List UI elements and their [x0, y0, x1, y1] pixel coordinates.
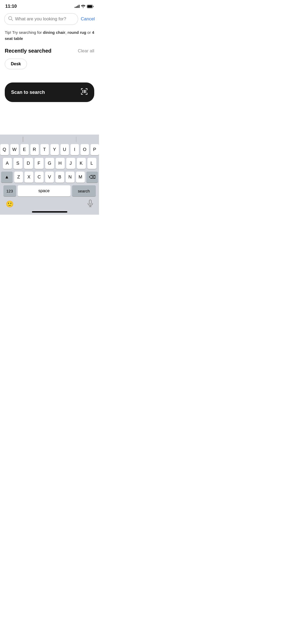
clear-all-button[interactable]: Clear all — [78, 48, 94, 54]
key-a[interactable]: A — [3, 158, 12, 169]
key-y[interactable]: Y — [50, 144, 59, 155]
svg-rect-15 — [86, 90, 86, 93]
key-r[interactable]: R — [30, 144, 39, 155]
svg-rect-13 — [83, 90, 84, 93]
wifi-icon — [81, 5, 85, 8]
keyboard-row-1: Q W E R T Y U I O P — [1, 144, 98, 155]
svg-rect-12 — [82, 90, 83, 93]
key-f[interactable]: F — [35, 158, 44, 169]
keyboard-row-2: A S D F G H J K L — [1, 158, 98, 169]
mic-key[interactable] — [87, 200, 93, 209]
search-box[interactable] — [4, 13, 78, 25]
svg-rect-14 — [84, 90, 85, 93]
status-bar: 11:10 — [0, 0, 99, 11]
key-l[interactable]: L — [87, 158, 96, 169]
key-i[interactable]: I — [70, 144, 79, 155]
scan-label: Scan to search — [11, 90, 45, 95]
battery-icon — [87, 5, 94, 8]
key-v[interactable]: V — [45, 172, 54, 183]
svg-rect-16 — [89, 200, 91, 204]
key-m[interactable]: M — [76, 172, 85, 183]
key-d[interactable]: D — [24, 158, 33, 169]
key-e[interactable]: E — [20, 144, 29, 155]
section-title: Recently searched — [5, 48, 51, 54]
key-t[interactable]: T — [40, 144, 49, 155]
keyboard-row-3: ▲ Z X C V B N M ⌫ — [1, 172, 98, 183]
shift-key[interactable]: ▲ — [1, 172, 13, 183]
keyboard-row-4: 123 space search — [1, 185, 98, 196]
svg-rect-5 — [81, 88, 82, 90]
status-icons — [75, 5, 94, 8]
signal-icon — [75, 5, 79, 8]
keyboard-handle — [1, 137, 98, 142]
key-q[interactable]: Q — [0, 144, 9, 155]
scan-to-search-button[interactable]: Scan to search — [5, 82, 94, 102]
key-g[interactable]: G — [45, 158, 54, 169]
key-n[interactable]: N — [66, 172, 74, 183]
search-icon — [8, 16, 13, 22]
key-j[interactable]: J — [66, 158, 75, 169]
keyboard-emoji-row: 🙂 — [1, 198, 98, 211]
key-c[interactable]: C — [35, 172, 44, 183]
status-time: 11:10 — [5, 4, 17, 9]
key-u[interactable]: U — [60, 144, 69, 155]
keyboard[interactable]: Q W E R T Y U I O P A S D F G H J K L ▲ … — [0, 135, 99, 215]
emoji-key[interactable]: 🙂 — [6, 200, 14, 208]
recently-searched-header: Recently searched Clear all — [0, 46, 99, 58]
key-p[interactable]: P — [91, 144, 99, 155]
tip-text: Tip! Try searching for dining chair, rou… — [0, 27, 99, 46]
key-k[interactable]: K — [77, 158, 86, 169]
cancel-button[interactable]: Cancel — [81, 16, 95, 22]
svg-rect-9 — [81, 93, 82, 95]
space-key[interactable]: space — [18, 185, 70, 196]
chip-desk[interactable]: Desk — [5, 59, 27, 69]
key-h[interactable]: H — [56, 158, 65, 169]
search-key[interactable]: search — [72, 185, 96, 196]
svg-rect-7 — [87, 88, 87, 90]
key-x[interactable]: X — [25, 172, 33, 183]
svg-rect-11 — [87, 93, 87, 95]
key-s[interactable]: S — [13, 158, 22, 169]
key-o[interactable]: O — [81, 144, 89, 155]
svg-line-3 — [11, 19, 13, 21]
key-z[interactable]: Z — [14, 172, 23, 183]
delete-key[interactable]: ⌫ — [86, 172, 98, 183]
key-b[interactable]: B — [55, 172, 64, 183]
search-input[interactable] — [15, 16, 74, 22]
recent-chips: Desk — [0, 58, 99, 75]
barcode-scan-icon — [81, 88, 88, 97]
numbers-key[interactable]: 123 — [3, 185, 16, 196]
svg-rect-1 — [87, 5, 92, 8]
home-indicator — [1, 211, 98, 215]
key-w[interactable]: W — [10, 144, 19, 155]
search-row: Cancel — [0, 11, 99, 27]
